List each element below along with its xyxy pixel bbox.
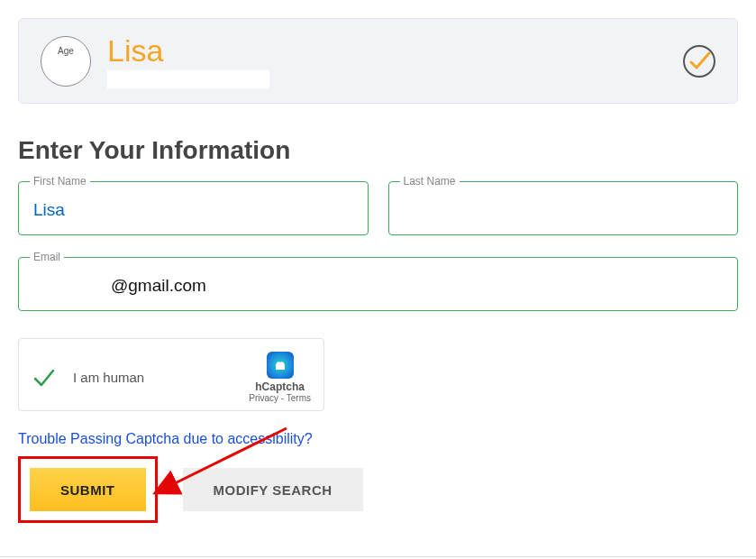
- email-field[interactable]: Email @gmail.com: [18, 257, 738, 311]
- checkmark-icon: [32, 365, 57, 390]
- accessibility-link[interactable]: Trouble Passing Captcha due to accessibi…: [18, 431, 738, 447]
- hcaptcha-links: Privacy - Terms: [249, 393, 311, 403]
- hcaptcha-brand-text: hCaptcha: [255, 380, 305, 393]
- captcha-branding: hCaptcha Privacy - Terms: [249, 352, 311, 403]
- age-label: Age: [58, 46, 74, 56]
- submit-annotation-box: SUBMIT: [18, 456, 158, 523]
- last-name-field[interactable]: Last Name: [388, 181, 739, 235]
- captcha-status: I am human: [32, 365, 144, 390]
- privacy-link[interactable]: Privacy: [249, 393, 278, 403]
- age-badge: Age: [41, 36, 91, 87]
- last-name-label: Last Name: [400, 175, 460, 188]
- name-row: First Name Lisa Last Name: [18, 181, 738, 235]
- submit-button[interactable]: SUBMIT: [30, 468, 146, 511]
- hcaptcha-logo-icon: [267, 352, 294, 379]
- buttons-row: SUBMIT MODIFY SEARCH: [18, 456, 738, 523]
- terms-link[interactable]: Terms: [287, 393, 311, 403]
- hcaptcha-widget[interactable]: I am human hCaptcha Privacy - Terms: [18, 338, 324, 411]
- profile-name: Lisa: [107, 33, 269, 69]
- captcha-status-text: I am human: [73, 370, 144, 385]
- section-title: Enter Your Information: [18, 136, 738, 165]
- first-name-field[interactable]: First Name Lisa: [18, 181, 369, 235]
- email-label: Email: [30, 251, 64, 263]
- profile-card: Age Lisa: [18, 18, 738, 104]
- email-value: @gmail.com: [33, 276, 723, 296]
- first-name-value: Lisa: [33, 200, 65, 219]
- modify-search-button[interactable]: MODIFY SEARCH: [183, 468, 363, 511]
- profile-redacted-area: [107, 70, 269, 88]
- verified-check-icon: [683, 45, 715, 78]
- profile-name-block: Lisa: [107, 33, 269, 88]
- first-name-label: First Name: [30, 175, 90, 188]
- profile-left: Age Lisa: [41, 33, 269, 88]
